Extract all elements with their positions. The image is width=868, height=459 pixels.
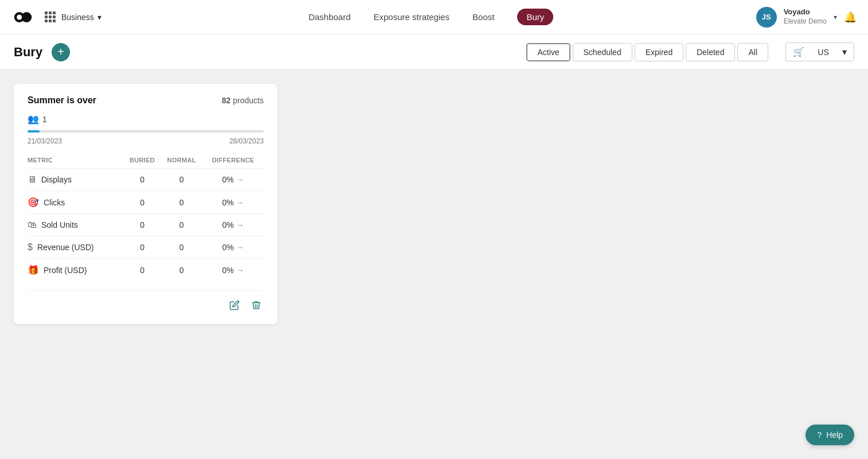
help-button[interactable]: ? Help <box>806 425 854 445</box>
metric-normal: 0 <box>161 259 202 282</box>
page-body: Bury + Active Scheduled Expired Deleted … <box>0 34 868 459</box>
tab-all[interactable]: All <box>737 43 768 61</box>
arrow-icon: → <box>236 175 244 184</box>
date-row: 21/03/2023 28/03/2023 <box>28 137 264 145</box>
metric-buried: 0 <box>124 259 161 282</box>
col-metric: METRIC <box>28 154 124 169</box>
business-chevron-icon: ▾ <box>97 13 101 22</box>
metric-name: Sold Units <box>41 220 78 230</box>
metric-name: Displays <box>41 175 72 184</box>
audience-count: 1 <box>42 115 47 124</box>
card-header: Summer is over 82 products <box>28 95 264 106</box>
user-sub: Elevate Demo <box>784 17 827 26</box>
tab-deleted[interactable]: Deleted <box>686 43 735 61</box>
tab-active[interactable]: Active <box>526 43 570 61</box>
logo <box>11 6 34 29</box>
nav-exposure[interactable]: Exposure strategies <box>374 10 450 24</box>
edit-button[interactable] <box>227 298 242 313</box>
arrow-icon: → <box>236 266 244 275</box>
col-normal: NORMAL <box>161 154 202 169</box>
user-name: Voyado <box>784 7 827 17</box>
metric-name: Clicks <box>44 198 65 207</box>
profit-icon: 🎁 <box>28 264 39 275</box>
metric-name: Profit (USD) <box>44 266 87 275</box>
sub-header: Bury + Active Scheduled Expired Deleted … <box>0 34 868 70</box>
locale-flag-icon: 🛒 <box>793 46 804 57</box>
tab-expired[interactable]: Expired <box>635 43 683 61</box>
metric-normal: 0 <box>161 191 202 214</box>
nav-boost[interactable]: Boost <box>472 10 494 24</box>
arrow-icon: → <box>236 220 244 230</box>
arrow-icon: → <box>236 198 244 207</box>
card-title: Summer is over <box>28 95 96 106</box>
nav-bury[interactable]: Bury <box>517 9 553 25</box>
metric-diff: 0% → <box>202 191 264 214</box>
table-row: 🎁 Profit (USD) 0 0 0% → <box>28 259 264 282</box>
metric-diff: 0% → <box>202 169 264 191</box>
progress-fill <box>28 130 40 133</box>
svg-point-2 <box>17 14 22 20</box>
business-label: Business <box>61 13 94 22</box>
date-start: 21/03/2023 <box>28 137 62 145</box>
main-content: Summer is over 82 products 👥 1 21/03/202… <box>0 70 868 459</box>
grid-icon <box>45 11 56 22</box>
metric-buried: 0 <box>124 214 161 236</box>
metric-normal: 0 <box>161 169 202 191</box>
nav-links: Dashboard Exposure strategies Boost Bury <box>106 9 756 25</box>
navbar: Business ▾ Dashboard Exposure strategies… <box>0 0 868 34</box>
metric-buried: 0 <box>124 236 161 259</box>
card-products: 82 products <box>222 96 264 105</box>
page-title: Bury <box>14 45 42 60</box>
avatar[interactable]: JS <box>756 7 777 28</box>
table-row: 🛍 Sold Units 0 0 0% → <box>28 214 264 236</box>
business-selector[interactable]: Business ▾ <box>40 9 106 25</box>
metric-diff: 0% → <box>202 236 264 259</box>
metric-name: Revenue (USD) <box>37 243 94 252</box>
delete-button[interactable] <box>249 298 264 313</box>
nav-right: JS Voyado Elevate Demo ▾ 🔔 <box>756 7 857 28</box>
metric-buried: 0 <box>124 169 161 191</box>
user-chevron-icon[interactable]: ▾ <box>834 13 837 21</box>
arrow-icon: → <box>236 243 244 252</box>
metric-buried: 0 <box>124 191 161 214</box>
help-label: Help <box>826 430 843 439</box>
bury-card: Summer is over 82 products 👥 1 21/03/202… <box>14 84 277 324</box>
table-row: 🎯 Clicks 0 0 0% → <box>28 191 264 214</box>
audience-icon: 👥 <box>28 114 39 125</box>
sold-units-icon: 🛍 <box>28 220 37 230</box>
locale-chevron-icon: ▾ <box>842 46 847 57</box>
metric-normal: 0 <box>161 236 202 259</box>
metric-diff: 0% → <box>202 259 264 282</box>
tab-scheduled[interactable]: Scheduled <box>573 43 632 61</box>
display-icon: 🖥 <box>28 174 37 185</box>
progress-bar <box>28 130 264 133</box>
col-buried: BURIED <box>124 154 161 169</box>
user-info: Voyado Elevate Demo <box>784 7 827 26</box>
table-row: $ Revenue (USD) 0 0 0% → <box>28 236 264 259</box>
help-icon: ? <box>817 430 822 439</box>
clicks-icon: 🎯 <box>28 197 39 208</box>
metric-normal: 0 <box>161 214 202 236</box>
metric-diff: 0% → <box>202 214 264 236</box>
audiences-row: 👥 1 <box>28 114 264 125</box>
revenue-icon: $ <box>28 242 33 252</box>
col-difference: DIFFERENCE <box>202 154 264 169</box>
svg-point-1 <box>21 12 32 22</box>
card-actions <box>28 290 264 313</box>
locale-selector[interactable]: 🛒 US ▾ <box>785 42 854 61</box>
notifications-icon[interactable]: 🔔 <box>844 11 857 24</box>
tabs-area: Active Scheduled Expired Deleted All <box>526 43 768 61</box>
table-row: 🖥 Displays 0 0 0% → <box>28 169 264 191</box>
nav-dashboard[interactable]: Dashboard <box>308 10 350 24</box>
metrics-table: METRIC BURIED NORMAL DIFFERENCE 🖥 Displa… <box>28 154 264 281</box>
add-button[interactable]: + <box>52 43 70 61</box>
locale-text: US <box>818 48 828 57</box>
date-end: 28/03/2023 <box>229 137 264 145</box>
